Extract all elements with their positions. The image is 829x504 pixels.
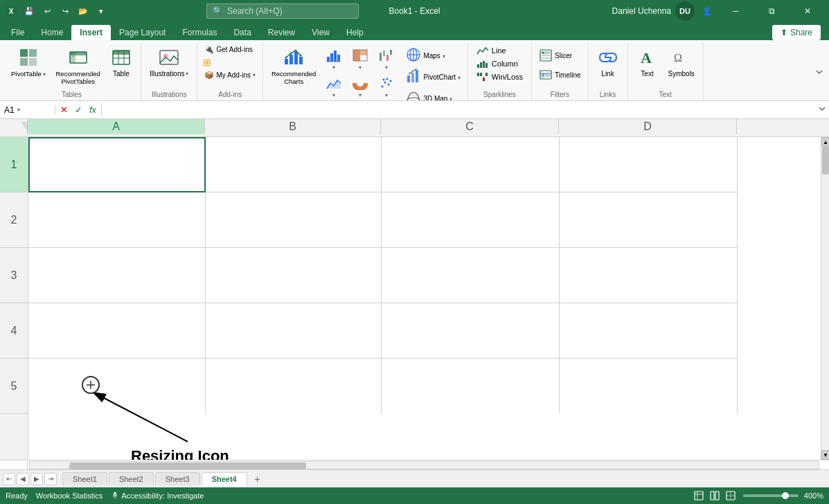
office-store-button[interactable]: ⊞ bbox=[202, 56, 258, 69]
zoom-percentage[interactable]: 400% bbox=[804, 492, 823, 500]
ribbon-collapse-button[interactable] bbox=[812, 43, 826, 100]
search-box[interactable]: 🔍 bbox=[206, 3, 359, 19]
cell-B4[interactable] bbox=[206, 303, 382, 359]
cell-A2[interactable] bbox=[28, 192, 206, 248]
scroll-up-button[interactable]: ▲ bbox=[821, 137, 829, 147]
sheet-nav-next[interactable]: ▶ bbox=[30, 473, 43, 485]
pivot-table-button[interactable]: PivotTable ▾ bbox=[7, 44, 50, 80]
cell-A1[interactable] bbox=[28, 137, 206, 192]
cell-C5[interactable] bbox=[382, 359, 560, 414]
sheet-tab-sheet1[interactable]: Sheet1 bbox=[62, 472, 107, 485]
tab-data[interactable]: Data bbox=[225, 25, 259, 40]
tab-review[interactable]: Review bbox=[260, 25, 303, 40]
slicer-button[interactable]: Slicer bbox=[536, 47, 583, 64]
formula-cancel-button[interactable]: ✕ bbox=[58, 103, 70, 116]
search-input[interactable] bbox=[227, 6, 338, 16]
redo-button[interactable]: ↪ bbox=[57, 3, 73, 19]
scroll-down-button[interactable]: ▼ bbox=[821, 450, 829, 460]
status-accessibility[interactable]: Accessibility: Investigate bbox=[111, 492, 204, 500]
cell-D2[interactable] bbox=[560, 192, 738, 248]
tab-page-layout[interactable]: Page Layout bbox=[111, 25, 174, 40]
horizontal-scroll-track[interactable] bbox=[29, 461, 819, 469]
cell-D5[interactable] bbox=[560, 359, 738, 414]
formula-function-button[interactable]: fx bbox=[87, 103, 98, 116]
open-file-button[interactable]: 📂 bbox=[75, 3, 91, 19]
vertical-scrollbar[interactable]: ▲ ▼ bbox=[821, 137, 829, 460]
row-header-5[interactable]: 5 bbox=[0, 359, 28, 414]
sheet-nav-last[interactable]: ⇥ bbox=[44, 473, 57, 485]
tab-home[interactable]: Home bbox=[33, 25, 71, 40]
timeline-button[interactable]: Timeline bbox=[536, 66, 583, 83]
tab-formulas[interactable]: Formulas bbox=[174, 25, 225, 40]
cell-C3[interactable] bbox=[382, 248, 560, 303]
cell-reference-box[interactable]: A1 ▾ bbox=[0, 105, 55, 115]
3d-map-button[interactable]: 3D Map ▾ bbox=[403, 89, 463, 101]
cell-D4[interactable] bbox=[560, 303, 738, 359]
status-workbook-stats[interactable]: Workbook Statistics bbox=[36, 492, 102, 500]
recommended-charts-button[interactable]: RecommendedCharts bbox=[267, 44, 320, 88]
text-button[interactable]: A Text bbox=[632, 44, 663, 80]
cell-C1[interactable] bbox=[382, 137, 560, 192]
link-button[interactable]: Link bbox=[593, 44, 623, 80]
zoom-slider[interactable] bbox=[743, 494, 799, 497]
share-button[interactable]: ⬆ Share bbox=[772, 25, 821, 40]
cell-C2[interactable] bbox=[382, 192, 560, 248]
restore-button[interactable]: ⧉ bbox=[756, 0, 787, 22]
column-header-B[interactable]: B bbox=[205, 119, 381, 134]
formula-input[interactable] bbox=[102, 105, 815, 115]
undo-button[interactable]: ↩ bbox=[39, 3, 55, 19]
sparkline-line-button[interactable]: Line bbox=[472, 44, 527, 57]
customize-quick-access-button[interactable]: ▾ bbox=[93, 3, 109, 19]
formula-expand-button[interactable] bbox=[815, 105, 829, 115]
normal-view-button[interactable] bbox=[692, 489, 706, 503]
tab-insert[interactable]: Insert bbox=[71, 25, 111, 40]
column-header-C[interactable]: C bbox=[381, 119, 559, 134]
sparkline-winloss-button[interactable]: Win/Loss bbox=[472, 71, 527, 83]
cell-C4[interactable] bbox=[382, 303, 560, 359]
scroll-track[interactable] bbox=[821, 147, 829, 450]
cell-B3[interactable] bbox=[206, 248, 382, 303]
hierarchy-chart-button[interactable]: ▾ bbox=[348, 46, 373, 72]
sheet-tab-sheet2[interactable]: Sheet2 bbox=[109, 472, 154, 485]
save-button[interactable]: 💾 bbox=[21, 3, 37, 19]
tab-help[interactable]: Help bbox=[338, 25, 372, 40]
recommended-pivot-button[interactable]: ⋆ RecommendedPivotTables bbox=[51, 44, 104, 88]
my-addins-button[interactable]: 📦 My Add-ins ▾ bbox=[202, 70, 258, 80]
cell-B5[interactable] bbox=[206, 359, 382, 414]
row-header-3[interactable]: 3 bbox=[0, 248, 28, 303]
column-header-A[interactable]: A bbox=[28, 119, 205, 134]
row-header-2[interactable]: 2 bbox=[0, 192, 28, 248]
cell-B1[interactable] bbox=[206, 137, 382, 192]
column-header-D[interactable]: D bbox=[559, 119, 737, 134]
sheet-nav-prev[interactable]: ◀ bbox=[17, 473, 29, 485]
illustrations-button[interactable]: Illustrations ▾ bbox=[145, 44, 193, 80]
line-area-chart-button[interactable]: ▾ bbox=[321, 73, 346, 100]
cell-A3[interactable] bbox=[28, 248, 206, 303]
cell-B2[interactable] bbox=[206, 192, 382, 248]
cell-D3[interactable] bbox=[560, 248, 738, 303]
page-break-view-button[interactable] bbox=[724, 489, 738, 503]
column-bar-chart-button[interactable]: ▾ bbox=[321, 46, 346, 72]
cell-A5[interactable] bbox=[28, 359, 206, 414]
row-header-4[interactable]: 4 bbox=[0, 303, 28, 359]
pie-donut-chart-button[interactable]: ▾ bbox=[348, 73, 373, 100]
maps-button[interactable]: Maps ▾ bbox=[403, 46, 463, 65]
row-header-1[interactable]: 1 bbox=[0, 137, 28, 192]
cell-A4[interactable] bbox=[28, 303, 206, 359]
resize-cursor-icon[interactable] bbox=[82, 376, 100, 394]
page-layout-view-button[interactable] bbox=[708, 489, 722, 503]
sheet-tab-sheet4[interactable]: Sheet4 bbox=[202, 472, 247, 486]
sheet-nav-first[interactable]: ⇤ bbox=[3, 473, 15, 485]
cell-D1[interactable] bbox=[560, 137, 738, 192]
get-addins-button[interactable]: 🔌 Get Add-ins bbox=[202, 44, 258, 55]
tab-file[interactable]: File bbox=[3, 25, 33, 40]
sheet-tab-sheet3[interactable]: Sheet3 bbox=[155, 472, 200, 485]
waterfall-chart-button[interactable]: ▾ bbox=[374, 46, 399, 72]
horizontal-scroll-thumb[interactable] bbox=[69, 462, 306, 469]
scatter-chart-button[interactable]: ▾ bbox=[374, 73, 399, 100]
table-button[interactable]: Table bbox=[106, 44, 136, 80]
account-settings-button[interactable]: 👤 bbox=[699, 3, 715, 19]
symbols-button[interactable]: Ω Symbols bbox=[664, 44, 699, 80]
formula-confirm-button[interactable]: ✓ bbox=[73, 103, 84, 116]
tab-view[interactable]: View bbox=[303, 25, 338, 40]
